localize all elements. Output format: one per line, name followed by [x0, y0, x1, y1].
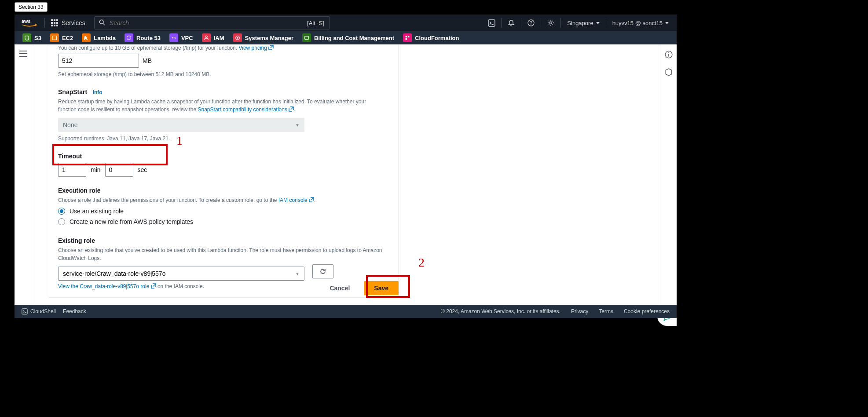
- svg-rect-14: [406, 36, 407, 38]
- iam-icon: [202, 33, 211, 42]
- svg-point-9: [127, 36, 131, 40]
- radio-icon[interactable]: [58, 218, 65, 225]
- fav-iam[interactable]: IAM: [198, 33, 229, 42]
- ssm-icon: [233, 33, 242, 42]
- fav-vpc[interactable]: VPC: [165, 33, 198, 42]
- lambda-icon: [82, 33, 91, 42]
- svg-text:aws: aws: [22, 18, 30, 24]
- svg-line-2: [103, 23, 105, 25]
- search-input[interactable]: [95, 17, 330, 29]
- svg-point-7: [550, 22, 552, 24]
- footer: CloudShell Feedback © 2024, Amazon Web S…: [15, 305, 677, 318]
- fav-route53[interactable]: Route 53: [120, 33, 165, 42]
- fav-billing[interactable]: Billing and Cost Management: [298, 33, 399, 42]
- cloudshell-button[interactable]: CloudShell: [22, 308, 56, 315]
- existing-role-select[interactable]: service-role/Craw_data-role-v89j557o ▼: [58, 267, 304, 281]
- privacy-link[interactable]: Privacy: [571, 308, 588, 315]
- radio-existing-role[interactable]: Use an existing role: [58, 208, 389, 215]
- cloudshell-icon[interactable]: [482, 19, 501, 27]
- save-button[interactable]: Save: [364, 281, 399, 295]
- existingrole-desc: Choose an existing role that you've crea…: [58, 246, 388, 262]
- timeout-row: min sec: [58, 163, 389, 177]
- execrole-title: Execution role: [58, 187, 100, 194]
- services-menu[interactable]: Services: [45, 19, 92, 26]
- region-selector[interactable]: Singapore: [561, 20, 605, 26]
- caret-down-icon: ▼: [295, 123, 300, 128]
- route53-icon: [125, 33, 133, 42]
- search-box[interactable]: [Alt+S]: [94, 16, 330, 29]
- svg-rect-16: [406, 38, 407, 40]
- fav-cfn[interactable]: CloudFormation: [399, 33, 463, 42]
- config-panel: You can configure up to 10 GB of ephemer…: [49, 44, 399, 298]
- account-selector[interactable]: huyvv15 @ sonct15: [606, 20, 677, 26]
- billing-icon: [302, 33, 311, 42]
- execrole-desc: Choose a role that defines the permissio…: [58, 196, 389, 204]
- right-rail: [660, 44, 677, 305]
- region-label: Singapore: [567, 20, 593, 26]
- ephemeral-desc: You can configure up to 10 GB of ephemer…: [58, 44, 389, 52]
- search-icon: [99, 19, 105, 27]
- existingrole-title: Existing role: [58, 237, 95, 244]
- timeout-title: Timeout: [58, 153, 82, 160]
- snapstart-value: None: [63, 121, 77, 128]
- svg-rect-13: [305, 37, 309, 40]
- snapstart-info-link[interactable]: Info: [93, 89, 103, 95]
- caret-down-icon: [665, 22, 669, 24]
- feedback-link[interactable]: Feedback: [63, 308, 86, 315]
- aws-header: aws Services [Alt+S] ? Singapore: [15, 15, 677, 31]
- menu-toggle-icon[interactable]: [19, 51, 27, 305]
- ec2-icon: [50, 33, 59, 42]
- iam-console-link[interactable]: IAM console: [278, 197, 314, 203]
- sec-label: sec: [138, 166, 147, 173]
- info-panel-icon[interactable]: [665, 51, 673, 60]
- refresh-roles-button[interactable]: [312, 264, 333, 278]
- main-content: You can configure up to 10 GB of ephemer…: [32, 44, 660, 305]
- vpc-icon: [169, 33, 178, 42]
- aws-logo[interactable]: aws: [15, 18, 44, 28]
- settings-icon[interactable]: [541, 19, 560, 26]
- ephemeral-helper: Set ephemeral storage (/tmp) to between …: [58, 70, 389, 78]
- svg-rect-8: [53, 36, 57, 40]
- help-icon[interactable]: ?: [521, 19, 541, 26]
- fav-lambda[interactable]: Lambda: [77, 33, 120, 42]
- radio-create-role[interactable]: Create a new role from AWS policy templa…: [58, 218, 389, 225]
- fav-s3[interactable]: S3: [18, 33, 46, 42]
- view-pricing-link[interactable]: View pricing: [238, 45, 274, 51]
- user-label: huyvv15 @ sonct15: [612, 20, 663, 26]
- services-label: Services: [62, 19, 85, 26]
- terms-link[interactable]: Terms: [599, 308, 613, 315]
- snapstart-title: SnapStart: [58, 88, 87, 95]
- left-nav-rail: [15, 44, 32, 305]
- timeout-min-input[interactable]: [58, 163, 86, 177]
- snapstart-desc: Reduce startup time by having Lambda cac…: [58, 98, 375, 113]
- fav-ec2[interactable]: EC2: [46, 33, 77, 42]
- mb-unit-label: MB: [143, 57, 152, 64]
- svg-rect-15: [408, 36, 410, 38]
- snapstart-helper: Supported runtimes: Java 11, Java 17, Ja…: [58, 135, 389, 143]
- snapstart-compat-link[interactable]: SnapStart compatibility considerations: [198, 106, 294, 113]
- copyright: © 2024, Amazon Web Services, Inc. or its…: [441, 308, 560, 315]
- min-label: min: [91, 166, 101, 173]
- tools-panel-icon[interactable]: [665, 68, 673, 78]
- s3-icon: [22, 33, 31, 42]
- search-shortcut-hint: [Alt+S]: [307, 20, 324, 26]
- ephemeral-storage-input[interactable]: [58, 54, 139, 68]
- cfn-icon: [403, 33, 412, 42]
- svg-rect-3: [488, 20, 495, 26]
- grid-icon: [51, 19, 58, 26]
- content-area: You can configure up to 10 GB of ephemer…: [15, 44, 677, 305]
- svg-rect-20: [22, 309, 27, 314]
- caret-down-icon: [596, 22, 600, 24]
- cookies-link[interactable]: Cookie preferences: [624, 308, 670, 315]
- cancel-button[interactable]: Cancel: [322, 281, 357, 295]
- existing-role-value: service-role/Craw_data-role-v89j557o: [63, 270, 165, 277]
- refresh-icon: [319, 268, 326, 275]
- svg-point-10: [205, 36, 207, 37]
- caret-down-icon: ▼: [295, 271, 300, 276]
- notifications-icon[interactable]: [502, 19, 521, 26]
- fav-ssm[interactable]: Systems Manager: [229, 33, 298, 42]
- timeout-sec-input[interactable]: [105, 163, 133, 177]
- radio-icon[interactable]: [58, 208, 65, 215]
- annotation-number-2: 2: [418, 256, 425, 270]
- svg-point-19: [668, 52, 669, 53]
